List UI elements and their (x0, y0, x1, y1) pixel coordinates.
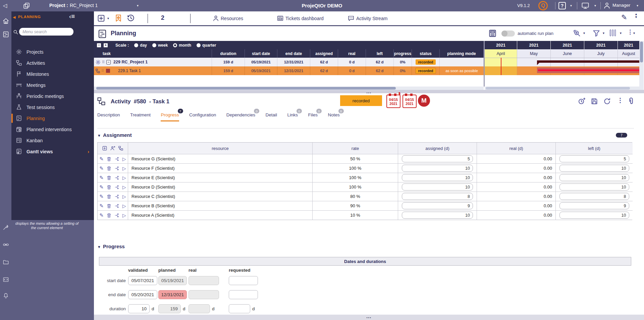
duration-requested-input[interactable] (229, 304, 250, 313)
filter-icon[interactable] (592, 29, 600, 37)
edit-pencil-icon[interactable]: ✎ (99, 184, 104, 190)
split-branch-icon[interactable] (114, 166, 120, 171)
play-icon[interactable]: ▷ (122, 213, 126, 218)
tab-detail[interactable]: Detail (266, 112, 277, 120)
drag-grip-icon[interactable]: ⠿ (101, 69, 104, 73)
display-caret[interactable]: ▾ (594, 4, 596, 7)
end-requested-input[interactable] (229, 290, 258, 299)
left-input[interactable] (559, 212, 629, 219)
assignment-section-header[interactable]: ▼Assignment (97, 132, 132, 138)
play-icon[interactable]: ▷ (122, 203, 126, 209)
split-branch-icon[interactable] (114, 213, 120, 218)
project-name[interactable]: RC_Project 1 (70, 3, 98, 8)
refresh-icon[interactable] (603, 97, 611, 105)
collapse-left-icon[interactable]: ◀ (13, 15, 15, 19)
delete-trash-icon[interactable] (106, 166, 112, 171)
history-icon[interactable] (126, 14, 135, 22)
split-branch-icon[interactable] (114, 203, 120, 209)
pane-splitter[interactable]: ⋯ (94, 90, 644, 93)
bottom-splitter[interactable]: ⋯ (94, 315, 644, 320)
sidebar-item-gantt-views[interactable]: Gantt views› (11, 146, 94, 157)
links-icon[interactable] (3, 242, 9, 248)
user-caret[interactable]: ▾ (637, 4, 638, 7)
tab-dependencies[interactable]: Dependencies0 (226, 112, 255, 120)
split-branch-icon[interactable] (114, 184, 120, 190)
activity-status-button[interactable]: recorded (340, 95, 382, 106)
tab-notes[interactable]: Notes0 (328, 112, 339, 120)
left-input[interactable] (559, 202, 629, 209)
sidebar-item-activities[interactable]: Activities (11, 58, 94, 68)
bookmark-icon[interactable] (114, 14, 123, 22)
edit-pencil-icon[interactable]: ✎ (99, 203, 104, 209)
sidebar-item-planned-interventions[interactable]: Planned interventions (11, 124, 94, 135)
tab-treatment[interactable]: Treatment (130, 112, 151, 120)
assigned-input[interactable] (402, 202, 473, 209)
col-left-d[interactable]: left (d) (555, 143, 633, 154)
drag-grip-icon[interactable]: ⠿ (102, 60, 105, 64)
menu-search-input[interactable] (19, 28, 73, 36)
gantt-hscroll-thumb[interactable] (96, 87, 396, 90)
edit-pencil-icon[interactable]: ✎ (99, 212, 104, 218)
add-item-caret[interactable]: ▾ (107, 16, 109, 20)
edit-pencil-icon[interactable]: ✎ (99, 175, 104, 181)
kebab-caret[interactable]: ▾ (633, 31, 635, 35)
tab-configuration[interactable]: Configuration (189, 112, 216, 120)
collapse-menu-icon[interactable]: ‹≡ (69, 13, 75, 20)
collapse-row-icon[interactable]: − (106, 60, 111, 64)
duration-validated-input[interactable] (128, 304, 150, 313)
attachment-icon[interactable] (627, 97, 636, 106)
assigned-input[interactable] (402, 165, 473, 172)
user-icon[interactable] (603, 2, 611, 9)
end-validated-input[interactable] (128, 290, 157, 299)
progress-section-header[interactable]: ▼Progress (97, 244, 125, 249)
gantt-chart-hscrollbar[interactable] (485, 87, 639, 90)
left-input[interactable] (559, 174, 629, 181)
resources-button[interactable]: Resources (221, 16, 243, 21)
assigned-input[interactable] (402, 212, 473, 219)
play-icon[interactable]: ▷ (122, 166, 126, 171)
left-input[interactable] (559, 193, 629, 200)
kebab-menu-icon[interactable]: ⋮ (617, 97, 623, 104)
col-assigned[interactable]: assigned (310, 49, 338, 58)
gantt-row-project[interactable]: ⠿ − 229 RC_Project 1 159 d 05/19/2021 12… (94, 58, 484, 66)
tickets-dash-button[interactable]: Tickets dashboard (285, 16, 324, 21)
gantt-row-task[interactable]: ⠿ 229.1 Task 1 159 d 05/19/2021 12/31/20… (94, 66, 484, 75)
scale-day-radio[interactable]: day (134, 43, 147, 48)
play-icon[interactable]: ▷ (122, 194, 126, 199)
col-end-date[interactable]: end date (277, 49, 310, 58)
delete-trash-icon[interactable] (106, 203, 112, 209)
col-task[interactable]: task (94, 49, 212, 58)
left-input[interactable] (559, 155, 629, 162)
back-icon[interactable]: ◁ (3, 2, 7, 9)
sidebar-item-projects[interactable]: Projects (11, 47, 94, 57)
sidebar-item-planning[interactable]: Planning (11, 113, 94, 123)
team-icon[interactable] (118, 146, 123, 151)
play-icon[interactable]: ▷ (122, 184, 126, 190)
scale-week-radio[interactable]: week (152, 43, 168, 48)
col-start-date[interactable]: start date (245, 49, 277, 58)
columns-icon[interactable] (610, 30, 617, 36)
col-progress[interactable]: progress (394, 49, 412, 58)
col-real-d[interactable]: real (d) (477, 143, 555, 154)
left-input[interactable] (559, 183, 629, 191)
user-name[interactable]: Manager (612, 3, 630, 8)
sidebar-item-meetings[interactable]: Meetings (11, 80, 94, 90)
auto-run-toggle[interactable] (501, 31, 515, 37)
gantt-chart-hscroll-thumb[interactable] (486, 87, 630, 90)
sidebar-item-periodic-meetings[interactable]: Periodic meetings (11, 91, 94, 101)
split-branch-icon[interactable] (114, 175, 120, 180)
delete-trash-icon[interactable] (106, 175, 112, 180)
bell-icon[interactable] (3, 292, 9, 299)
display-icon[interactable] (581, 2, 589, 10)
tab-progress[interactable]: Progress7 (161, 112, 179, 121)
tab-links[interactable]: Links0 (287, 112, 298, 120)
add-item-icon[interactable] (97, 14, 105, 22)
help-caret[interactable]: ▾ (570, 4, 572, 7)
collapse-all-icon[interactable]: − (97, 43, 101, 48)
add-to-plan-icon[interactable] (578, 97, 586, 105)
help-icon[interactable]: ? (558, 2, 566, 9)
delete-trash-icon[interactable] (106, 156, 112, 162)
zoom-caret[interactable]: ▾ (583, 31, 585, 35)
columns-caret[interactable]: ▾ (620, 31, 622, 35)
task-name[interactable]: 229.1 Task 1 (118, 68, 141, 73)
